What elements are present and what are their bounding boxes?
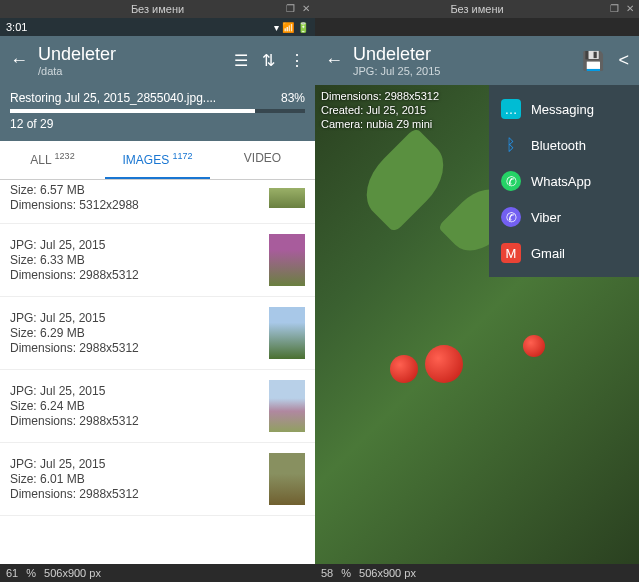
share-item-gmail[interactable]: MGmail xyxy=(489,235,639,271)
sort-icon[interactable]: ☰ xyxy=(234,51,248,70)
zoom-unit: % xyxy=(341,567,351,579)
share-item-bluetooth[interactable]: ᛒBluetooth xyxy=(489,127,639,163)
android-status-bar: 3:01 ▾ 📶 🔋 xyxy=(0,18,315,36)
berry-decoration xyxy=(390,355,418,383)
file-list[interactable]: Size: 6.57 MBDimensions: 5312x2988 JPG: … xyxy=(0,180,315,564)
close-icon[interactable]: ✕ xyxy=(623,2,637,16)
list-item[interactable]: Size: 6.57 MBDimensions: 5312x2988 xyxy=(0,180,315,224)
save-icon[interactable]: 💾 xyxy=(582,50,604,72)
status-icons: ▾ 📶 🔋 xyxy=(274,22,309,33)
restoring-text: Restoring Jul 25, 2015_2855040.jpg.... xyxy=(10,91,216,105)
share-item-viber[interactable]: ✆Viber xyxy=(489,199,639,235)
path-subtitle: /data xyxy=(38,65,224,77)
zoom-unit: % xyxy=(26,567,36,579)
image-preview[interactable]: Dimensions: 2988x5312 Created: Jul 25, 2… xyxy=(315,85,639,564)
berry-decoration xyxy=(425,345,463,383)
tab-images[interactable]: IMAGES 1172 xyxy=(105,141,210,179)
zoom-value: 61 xyxy=(6,567,18,579)
restore-icon[interactable]: ❐ xyxy=(607,2,621,16)
app-header: ← Undeleter /data ☰ ⇅ ⋮ xyxy=(0,36,315,85)
app-title: Undeleter xyxy=(38,44,224,65)
thumbnail xyxy=(269,234,305,286)
messaging-icon: … xyxy=(501,99,521,119)
viber-icon: ✆ xyxy=(501,207,521,227)
whatsapp-icon: ✆ xyxy=(501,171,521,191)
close-icon[interactable]: ✕ xyxy=(299,2,313,16)
clock: 3:01 xyxy=(6,21,27,33)
titlebar-right: Без имени ❐ ✕ xyxy=(315,0,639,18)
editor-status-bar: 61 % 506x900 px xyxy=(0,564,315,582)
tab-all[interactable]: ALL 1232 xyxy=(0,141,105,179)
window-title: Без имени xyxy=(131,3,184,15)
app-header: ← Undeleter JPG: Jul 25, 2015 💾 < xyxy=(315,36,639,85)
image-meta-overlay: Dimensions: 2988x5312 Created: Jul 25, 2… xyxy=(321,89,439,131)
back-arrow-icon[interactable]: ← xyxy=(10,50,28,71)
progress-percent: 83% xyxy=(281,91,305,105)
zoom-value: 58 xyxy=(321,567,333,579)
thumbnail xyxy=(269,188,305,208)
list-item[interactable]: JPG: Jul 25, 2015Size: 6.24 MBDimensions… xyxy=(0,370,315,443)
canvas-dim: 506x900 px xyxy=(359,567,416,579)
right-window: Без имени ❐ ✕ ← Undeleter JPG: Jul 25, 2… xyxy=(315,0,639,582)
share-menu: …Messaging ᛒBluetooth ✆WhatsApp ✆Viber M… xyxy=(489,85,639,277)
thumbnail xyxy=(269,307,305,359)
gmail-icon: M xyxy=(501,243,521,263)
share-item-whatsapp[interactable]: ✆WhatsApp xyxy=(489,163,639,199)
count-of: 12 of 29 xyxy=(10,117,305,131)
phone-screen: ← Undeleter JPG: Jul 25, 2015 💾 < Dimens… xyxy=(315,18,639,564)
window-title: Без имени xyxy=(450,3,503,15)
file-subtitle: JPG: Jul 25, 2015 xyxy=(353,65,572,77)
share-icon[interactable]: < xyxy=(618,50,629,71)
leaf-decoration xyxy=(352,127,458,233)
share-item-messaging[interactable]: …Messaging xyxy=(489,91,639,127)
filter-icon[interactable]: ⇅ xyxy=(262,51,275,70)
thumbnail xyxy=(269,380,305,432)
thumbnail xyxy=(269,453,305,505)
berry-decoration xyxy=(523,335,545,357)
list-item[interactable]: JPG: Jul 25, 2015Size: 6.29 MBDimensions… xyxy=(0,297,315,370)
left-window: Без имени ❐ ✕ 3:01 ▾ 📶 🔋 ← Undeleter /da… xyxy=(0,0,315,582)
tab-row: ALL 1232 IMAGES 1172 VIDEO xyxy=(0,141,315,180)
progress-section: Restoring Jul 25, 2015_2855040.jpg.... 8… xyxy=(0,85,315,141)
list-item[interactable]: JPG: Jul 25, 2015Size: 6.33 MBDimensions… xyxy=(0,224,315,297)
restore-icon[interactable]: ❐ xyxy=(283,2,297,16)
back-arrow-icon[interactable]: ← xyxy=(325,50,343,71)
list-item[interactable]: JPG: Jul 25, 2015Size: 6.01 MBDimensions… xyxy=(0,443,315,516)
canvas-dim: 506x900 px xyxy=(44,567,101,579)
titlebar-left: Без имени ❐ ✕ xyxy=(0,0,315,18)
editor-status-bar: 58 % 506x900 px xyxy=(315,564,639,582)
overflow-menu-icon[interactable]: ⋮ xyxy=(289,51,305,70)
tab-video[interactable]: VIDEO xyxy=(210,141,315,179)
progress-bar xyxy=(10,109,305,113)
phone-screen: 3:01 ▾ 📶 🔋 ← Undeleter /data ☰ ⇅ ⋮ Resto… xyxy=(0,18,315,564)
bluetooth-icon: ᛒ xyxy=(501,135,521,155)
app-title: Undeleter xyxy=(353,44,572,65)
